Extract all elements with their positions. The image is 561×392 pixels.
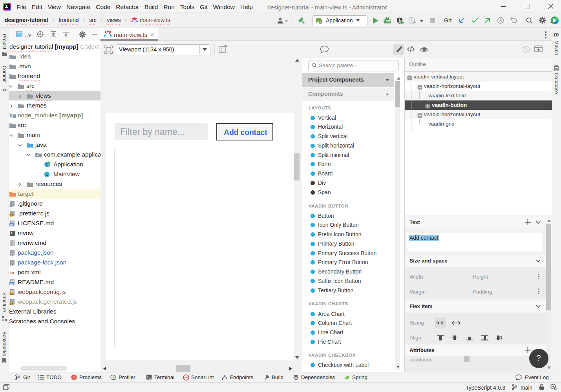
svg-text:JS: JS bbox=[10, 292, 13, 295]
svg-text:{}: {} bbox=[10, 253, 13, 256]
svg-text:JS: JS bbox=[10, 302, 13, 305]
svg-text:JS: JS bbox=[10, 214, 13, 217]
svg-text:C: C bbox=[46, 172, 48, 177]
svg-text:{}: {} bbox=[10, 263, 13, 266]
svg-text:MD: MD bbox=[9, 283, 13, 285]
svg-text:m: m bbox=[10, 270, 14, 275]
svg-text:MD: MD bbox=[9, 224, 13, 226]
